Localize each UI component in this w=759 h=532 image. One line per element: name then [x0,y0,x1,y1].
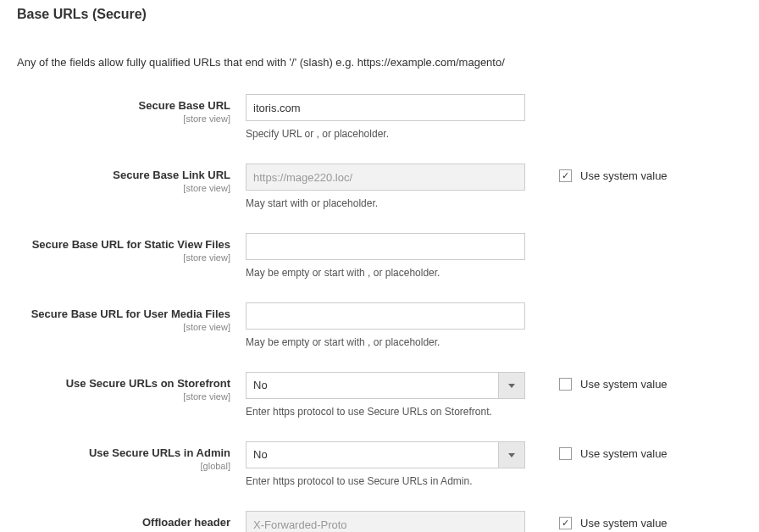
checkbox-sysval-storefront[interactable] [559,378,572,391]
label-offloader-header: Offloader header [142,516,230,529]
select-value-admin: No [246,441,498,468]
select-use-secure-storefront[interactable]: No [246,372,525,399]
sysval-label-storefront: Use system value [580,378,668,391]
hint-use-secure-storefront: Enter https protocol to use Secure URLs … [246,406,525,418]
input-secure-base-static[interactable] [246,233,525,260]
label-secure-base-url: Secure Base URL [139,99,230,112]
checkbox-sysval-link-url[interactable]: ✓ [559,169,572,182]
input-offloader-header [246,511,525,532]
chevron-down-icon [508,384,515,388]
scope-use-secure-storefront: [store view] [17,391,230,402]
checkbox-sysval-admin[interactable] [559,447,572,460]
scope-secure-base-media: [store view] [17,322,230,332]
section-description: Any of the fields allow fully qualified … [17,56,742,69]
chevron-down-icon [508,453,515,457]
row-offloader-header: Offloader header [global] ✓ Use system v… [17,511,742,532]
hint-use-secure-admin: Enter https protocol to use Secure URLs … [246,475,525,487]
input-secure-base-media[interactable] [246,302,525,330]
hint-secure-base-media: May be empty or start with , or placehol… [246,336,525,348]
row-secure-base-url: Secure Base URL [store view] Specify URL… [17,94,742,140]
input-secure-base-link-url [246,163,525,191]
input-secure-base-url[interactable] [246,94,525,121]
hint-secure-base-url: Specify URL or , or placeholder. [246,128,525,140]
label-use-secure-storefront: Use Secure URLs on Storefront [66,377,230,390]
scope-secure-base-url: [store view] [17,114,230,124]
scope-secure-base-link-url: [store view] [17,183,230,193]
row-use-secure-storefront: Use Secure URLs on Storefront [store vie… [17,372,742,418]
sysval-label-offloader: Use system value [580,517,668,529]
checkbox-sysval-offloader[interactable]: ✓ [559,517,572,529]
scope-secure-base-static: [store view] [17,252,230,263]
hint-secure-base-static: May be empty or start with , or placehol… [246,267,525,279]
row-use-secure-admin: Use Secure URLs in Admin [global] No Ent… [17,441,742,487]
hint-secure-base-link-url: May start with or placeholder. [246,197,525,209]
row-secure-base-media: Secure Base URL for User Media Files [st… [17,302,742,348]
row-secure-base-static: Secure Base URL for Static View Files [s… [17,233,742,279]
label-secure-base-media: Secure Base URL for User Media Files [31,308,230,320]
scope-use-secure-admin: [global] [17,461,230,471]
section-title: Base URLs (Secure) [17,7,742,22]
label-secure-base-static: Secure Base URL for Static View Files [32,238,230,251]
select-value-storefront: No [246,372,498,399]
label-secure-base-link-url: Secure Base Link URL [113,169,230,181]
sysval-label-link-url: Use system value [580,169,668,182]
select-use-secure-admin[interactable]: No [246,441,525,468]
row-secure-base-link-url: Secure Base Link URL [store view] May st… [17,163,742,209]
select-btn-storefront[interactable] [498,372,525,399]
select-btn-admin[interactable] [498,441,525,468]
sysval-label-admin: Use system value [580,447,668,460]
label-use-secure-admin: Use Secure URLs in Admin [89,446,230,459]
